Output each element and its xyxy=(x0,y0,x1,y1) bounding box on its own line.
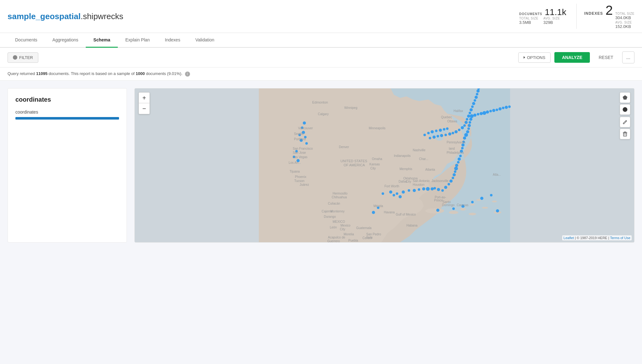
svg-text:Mexico: Mexico xyxy=(340,224,351,227)
svg-text:San Jose: San Jose xyxy=(293,151,306,154)
svg-text:Havana: Havana xyxy=(384,211,395,214)
svg-point-13 xyxy=(303,121,306,125)
database-name[interactable]: sample_geospatial xyxy=(8,12,81,21)
zoom-out-button[interactable]: − xyxy=(139,103,150,114)
zoom-in-button[interactable]: + xyxy=(139,93,150,103)
tab-explain-plan[interactable]: Explain Plan xyxy=(118,33,157,48)
svg-point-61 xyxy=(427,132,430,134)
svg-text:Tijuana: Tijuana xyxy=(290,170,300,173)
svg-text:Phoenix: Phoenix xyxy=(295,175,306,179)
total-size-value: 3.5MB xyxy=(519,20,538,25)
svg-text:Minneapolis: Minneapolis xyxy=(369,126,385,130)
svg-text:Kansas: Kansas xyxy=(369,163,380,166)
svg-point-79 xyxy=(466,118,468,120)
svg-text:Houston: Houston xyxy=(413,183,424,186)
svg-point-74 xyxy=(454,130,458,133)
indexes-total-size-value: 304.0KB xyxy=(615,15,634,20)
svg-point-81 xyxy=(469,112,471,114)
reset-button[interactable]: RESET xyxy=(594,52,618,63)
svg-point-80 xyxy=(467,115,470,118)
analyze-button[interactable]: ANALYZE xyxy=(554,52,590,63)
svg-text:Culiacán: Culiacán xyxy=(328,202,340,205)
avg-size-value: 329B xyxy=(543,20,560,25)
query-middle: documents. This report is based on a sam… xyxy=(49,71,135,76)
svg-point-6 xyxy=(460,208,466,211)
avg-size-label: AVG. SIZE xyxy=(543,17,560,20)
svg-point-88 xyxy=(476,89,480,93)
svg-point-40 xyxy=(449,179,453,183)
svg-point-29 xyxy=(422,187,425,190)
options-button[interactable]: OPTIONS xyxy=(518,52,551,63)
svg-point-78 xyxy=(465,121,468,124)
svg-point-63 xyxy=(435,130,438,132)
tab-validation[interactable]: Validation xyxy=(188,33,222,48)
map-zoom-controls: + − xyxy=(139,92,150,114)
svg-point-42 xyxy=(453,173,456,176)
polygon-icon xyxy=(622,95,628,100)
svg-text:Nashville: Nashville xyxy=(413,148,426,152)
svg-text:Puebla: Puebla xyxy=(348,239,358,242)
svg-text:MEXICO: MEXICO xyxy=(333,220,345,223)
svg-point-86 xyxy=(475,96,478,99)
svg-point-76 xyxy=(461,126,464,129)
header-stats: DOCUMENTS 11.1k TOTAL SIZE 3.5MB AVG. SI… xyxy=(519,4,634,29)
svg-point-5 xyxy=(449,211,458,214)
info-icon[interactable]: i xyxy=(185,72,190,77)
svg-point-91 xyxy=(473,114,476,117)
edit-button[interactable] xyxy=(620,117,630,127)
svg-text:Durango: Durango xyxy=(324,215,336,218)
svg-point-180 xyxy=(623,107,627,112)
svg-text:Philadelphia: Philadelphia xyxy=(447,151,464,154)
svg-text:Memphis: Memphis xyxy=(400,167,412,171)
indexes-avg-size-value: 152.0KB xyxy=(615,24,634,29)
svg-text:San Antonio: San Antonio xyxy=(413,179,430,183)
query-info-bar: Query returned 11095 documents. This rep… xyxy=(0,67,642,81)
svg-point-36 xyxy=(382,192,384,195)
svg-point-44 xyxy=(454,167,458,170)
leaflet-map[interactable]: UNITED STATES OF AMERICA Edmonton Calgar… xyxy=(135,88,634,242)
svg-text:Las Vegas: Las Vegas xyxy=(293,155,307,159)
circle-draw-button[interactable] xyxy=(620,104,630,115)
svg-text:Sula: Sula xyxy=(366,236,373,239)
nav-tabs: Documents Aggregations Schema Explain Pl… xyxy=(0,33,642,48)
map-action-tools xyxy=(620,117,630,139)
svg-text:Fort Worth: Fort Worth xyxy=(384,185,399,188)
delete-button[interactable] xyxy=(620,129,630,139)
svg-point-104 xyxy=(452,207,455,210)
tab-aggregations[interactable]: Aggregations xyxy=(45,33,86,48)
field-bar xyxy=(15,117,119,120)
leaflet-link[interactable]: Leaflet xyxy=(563,236,574,240)
svg-text:UNITED STATES: UNITED STATES xyxy=(340,159,367,163)
filter-button[interactable]: FILTER xyxy=(8,52,38,63)
polygon-draw-button[interactable] xyxy=(620,92,630,103)
schema-toolbar: FILTER OPTIONS ANALYZE RESET ... xyxy=(0,48,642,67)
svg-text:Domingo: Domingo xyxy=(442,203,454,207)
svg-rect-184 xyxy=(624,132,626,133)
svg-text:León: León xyxy=(330,226,337,229)
svg-point-60 xyxy=(423,134,426,136)
tab-indexes[interactable]: Indexes xyxy=(157,33,188,48)
total-size-stat: TOTAL SIZE 3.5MB xyxy=(519,17,538,25)
svg-point-87 xyxy=(476,93,478,95)
collection-name[interactable]: shipwrecks xyxy=(83,12,123,21)
svg-text:Habana: Habana xyxy=(406,224,417,227)
svg-point-33 xyxy=(437,188,440,191)
svg-text:Pennsylvania: Pennsylvania xyxy=(447,141,465,144)
main-content: coordinates coordinates xyxy=(0,81,642,250)
tab-schema[interactable]: Schema xyxy=(86,33,118,48)
svg-text:Omaha: Omaha xyxy=(372,157,382,161)
svg-point-98 xyxy=(496,109,498,111)
svg-point-37 xyxy=(441,189,444,192)
terms-of-use-link[interactable]: Terms of Use xyxy=(610,236,630,240)
options-label: OPTIONS xyxy=(527,55,546,60)
tab-documents[interactable]: Documents xyxy=(8,33,45,48)
svg-point-17 xyxy=(305,142,308,145)
more-button[interactable]: ... xyxy=(622,51,634,63)
svg-point-58 xyxy=(469,121,471,124)
svg-point-64 xyxy=(439,129,442,132)
svg-point-83 xyxy=(471,105,474,108)
svg-point-4 xyxy=(425,208,444,213)
svg-text:Caracas: Caracas xyxy=(457,203,468,207)
svg-point-3 xyxy=(436,137,443,141)
svg-point-48 xyxy=(459,155,462,157)
